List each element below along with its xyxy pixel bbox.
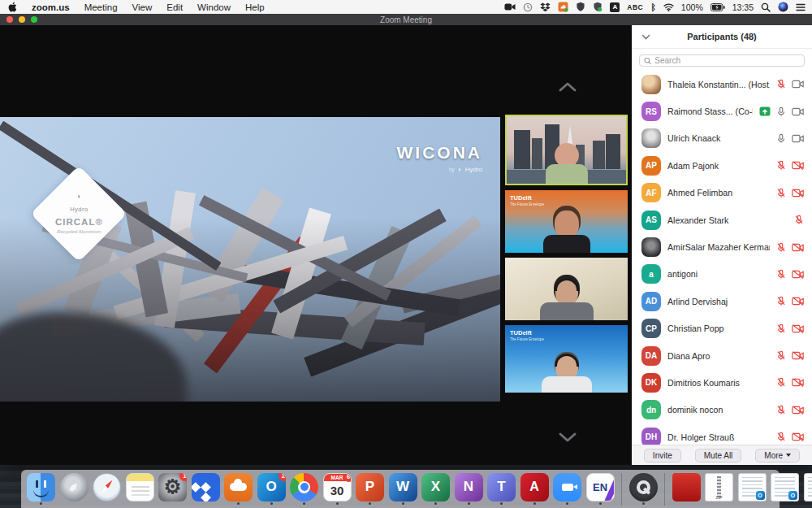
invite-button[interactable]: Invite <box>644 449 681 462</box>
dock-icon-zoom[interactable] <box>552 473 582 506</box>
input-source-icon[interactable]: A <box>610 2 620 12</box>
wicona-logo: WICONA by◗Hydro <box>397 143 483 173</box>
dock-icon-acrobat[interactable]: A <box>520 473 550 506</box>
participant-name: Raimond Stass... (Co-host) <box>667 106 753 116</box>
participant-avatar: CP <box>641 319 661 338</box>
time-machine-status-icon[interactable] <box>523 2 533 12</box>
participant-row[interactable]: Thaleia Konstantin... (Host, me) <box>632 71 812 98</box>
participants-panel-footer: Invite Mute All More <box>632 445 812 465</box>
collapse-thumbnails-chevron-down-icon[interactable] <box>555 430 580 445</box>
dock-icon-finder[interactable] <box>26 473 56 506</box>
dock-icon-calendar[interactable]: MAR306 <box>322 473 352 506</box>
search-input[interactable] <box>654 56 800 65</box>
muted-mic-icon <box>776 269 786 280</box>
video-thumbnail-3[interactable] <box>505 258 628 320</box>
dock-icon-safari[interactable] <box>92 473 122 506</box>
dock-icon-acrobat-folder[interactable] <box>672 473 702 506</box>
menu-view[interactable]: View <box>132 2 153 12</box>
participant-row[interactable]: RS Raimond Stass... (Co-host) <box>632 98 812 124</box>
video-off-icon <box>792 378 804 387</box>
clock-label[interactable]: 13:35 <box>732 2 754 12</box>
participant-row[interactable]: DH Dr. Holger Strauß <box>632 423 812 445</box>
mute-all-button[interactable]: Mute All <box>695 449 742 462</box>
participant-row[interactable]: a antigoni <box>632 261 812 288</box>
participant-row[interactable]: CP Christian Popp <box>632 315 812 342</box>
shared-screen-image: ◗ Hydro CIRCAL® Recycled Aluminium WICON… <box>0 117 500 402</box>
video-off-icon <box>792 432 804 441</box>
participant-row[interactable]: AF Ahmed Felimban <box>632 180 812 206</box>
more-button[interactable]: More <box>755 449 800 462</box>
collapse-thumbnails-chevron-up-icon[interactable] <box>555 80 580 94</box>
participant-row[interactable]: AS Alexander Stark <box>632 206 812 233</box>
wifi-icon[interactable] <box>663 3 674 11</box>
macos-dock: ⚙1O2MAR306PWXNTAENZIPOO <box>21 470 780 508</box>
participant-status-icons <box>759 106 804 117</box>
dock-icon-teams[interactable]: T <box>486 473 516 506</box>
video-off-icon <box>792 243 804 252</box>
dropbox-status-icon[interactable] <box>540 2 551 12</box>
window-title-bar[interactable]: Zoom Meeting <box>0 14 812 25</box>
menu-window[interactable]: Window <box>197 2 231 12</box>
spotlight-search-icon[interactable] <box>761 2 771 12</box>
menu-edit[interactable]: Edit <box>166 2 183 12</box>
participant-row[interactable]: DK Dimitrios Koumaris <box>632 369 812 396</box>
screen-share-icon <box>759 106 771 116</box>
menu-meeting[interactable]: Meeting <box>84 2 118 12</box>
participant-status-icons <box>776 350 804 361</box>
participant-row[interactable]: dn dominik nocon <box>632 397 812 423</box>
dock-icon-powerpoint[interactable]: P <box>355 473 385 506</box>
shield-check-status-icon[interactable] <box>593 2 603 12</box>
apple-menu-icon[interactable] <box>8 2 17 12</box>
menu-help[interactable]: Help <box>245 2 265 12</box>
dock-icon-zip-doc[interactable]: ZIP <box>704 473 734 506</box>
dock-badge: 2 <box>279 473 286 481</box>
dock-icon-word[interactable]: W <box>388 473 418 506</box>
dock-icon-settings[interactable]: ⚙1 <box>158 473 188 506</box>
participant-name: antigoni <box>667 269 770 279</box>
spellcheck-abc-icon[interactable]: ABC <box>627 3 643 11</box>
dock-icon-min-window-chrome[interactable] <box>803 473 812 506</box>
participants-list[interactable]: Thaleia Konstantin... (Host, me) RS Raim… <box>632 68 812 445</box>
participant-row[interactable]: AD Arlind Dervishaj <box>632 288 812 315</box>
dock-icon-min-window-outlook[interactable]: O <box>737 473 767 506</box>
dock-icon-cloudapp[interactable] <box>223 473 253 506</box>
video-off-icon <box>792 351 804 360</box>
dock-icon-dropbox[interactable] <box>191 473 221 506</box>
video-camera-status-icon[interactable] <box>504 2 516 11</box>
dock-icon-quicktime[interactable] <box>628 473 659 506</box>
siri-icon[interactable] <box>778 2 788 12</box>
participant-status-icons <box>776 242 804 253</box>
dock-icon-chrome[interactable] <box>289 473 319 506</box>
dock-icon-outlook[interactable]: O2 <box>257 473 287 506</box>
circal-product-label: CIRCAL® <box>55 217 103 228</box>
video-thumbnail-4[interactable]: TUDelft The Future Envelope <box>505 325 628 393</box>
video-thumbnail-2[interactable]: TUDelft The Future Envelope <box>505 190 628 253</box>
participant-name: Diana Apro <box>667 351 770 361</box>
dock-icon-onenote[interactable]: N <box>454 473 484 506</box>
video-off-icon <box>792 297 804 306</box>
dock-icon-excel[interactable]: X <box>421 473 451 506</box>
participant-row[interactable]: DA Diana Apro <box>632 342 812 369</box>
hydro-swirl-icon: ◗ <box>55 193 103 200</box>
dock-icon-endnote[interactable]: EN <box>585 473 615 506</box>
dock-icon-launchpad[interactable] <box>59 473 89 506</box>
menu-zoom-us[interactable]: zoom.us <box>32 2 70 12</box>
participant-row[interactable]: Ulrich Knaack <box>632 125 812 152</box>
video-icon <box>792 107 804 116</box>
dock-icon-min-window-outlook[interactable]: O <box>770 473 800 506</box>
muted-mic-icon <box>776 350 786 361</box>
shield-status-icon[interactable] <box>576 2 585 12</box>
notification-center-icon[interactable] <box>796 3 806 11</box>
participant-row[interactable]: AmirSalar Mazaher Kermani <box>632 233 812 260</box>
panel-collapse-chevron-icon[interactable] <box>641 32 650 41</box>
participant-status-icons <box>776 432 804 442</box>
bluetooth-icon[interactable]: ᛒ <box>650 2 656 12</box>
muted-mic-icon <box>794 215 804 225</box>
cloud-app-status-icon[interactable] <box>558 2 568 12</box>
participant-row[interactable]: AP Adam Pajonk <box>632 152 812 179</box>
dock-icon-notes[interactable] <box>125 473 155 506</box>
participants-panel-title: Participants (48) <box>687 32 757 41</box>
video-thumbnail-active-speaker[interactable] <box>505 115 628 185</box>
participants-panel: Participants (48) Thaleia Konstantin... … <box>632 25 812 465</box>
participants-search-box[interactable] <box>639 54 805 67</box>
